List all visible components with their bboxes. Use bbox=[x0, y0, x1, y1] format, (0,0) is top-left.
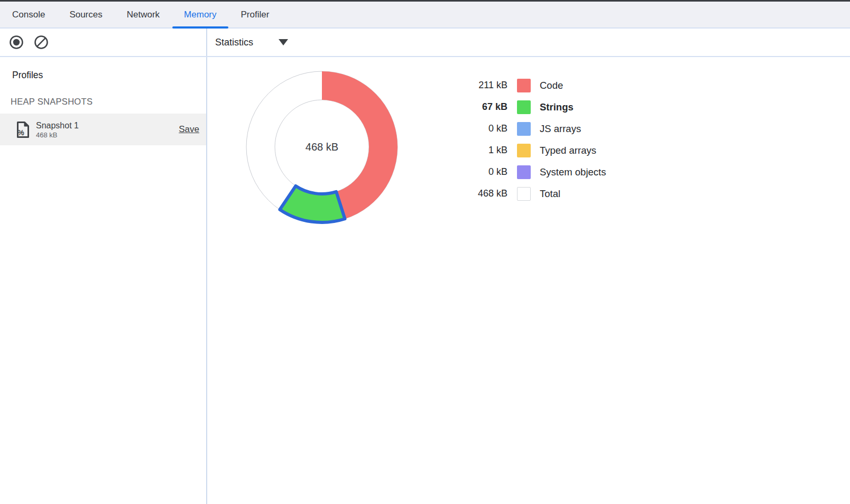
legend-row-strings: 67 kBStrings bbox=[455, 96, 606, 118]
legend-label-total: Total bbox=[540, 188, 560, 200]
tab-sources[interactable]: Sources bbox=[57, 2, 114, 27]
legend-label-js-arrays: JS arrays bbox=[540, 123, 581, 135]
tab-network[interactable]: Network bbox=[115, 2, 172, 27]
devtools-memory-panel: Console Sources Network Memory Profiler bbox=[0, 0, 850, 504]
legend-value-code: 211 kB bbox=[455, 80, 507, 91]
legend-label-typed-arrays: Typed arrays bbox=[540, 145, 596, 156]
snapshot-size: 468 kB bbox=[36, 131, 79, 139]
snapshot-title: Snapshot 1 bbox=[36, 120, 79, 131]
clear-profiles-button[interactable] bbox=[34, 35, 49, 50]
legend-value-total: 468 kB bbox=[455, 188, 507, 199]
devtools-tab-bar: Console Sources Network Memory Profiler bbox=[0, 2, 850, 29]
perspective-select[interactable]: Statistics bbox=[215, 37, 288, 48]
legend-row-total: 468 kBTotal bbox=[455, 183, 606, 204]
legend-swatch-typed-arrays bbox=[517, 144, 531, 157]
legend-value-js-arrays: 0 kB bbox=[455, 123, 507, 134]
memory-toolbar: Statistics bbox=[0, 29, 850, 57]
legend-swatch-strings bbox=[517, 100, 531, 114]
tab-profiler[interactable]: Profiler bbox=[229, 2, 282, 27]
legend-row-system-objects: 0 kBSystem objects bbox=[455, 161, 606, 183]
legend-swatch-js-arrays bbox=[517, 122, 531, 136]
legend-label-strings: Strings bbox=[540, 101, 574, 113]
snapshot-text: Snapshot 1 468 kB bbox=[36, 120, 79, 139]
legend-swatch-code bbox=[517, 79, 531, 92]
save-snapshot-link[interactable]: Save bbox=[179, 124, 199, 135]
record-icon bbox=[9, 35, 24, 50]
panel-content: Profiles HEAP SNAPSHOTS % Snapshot 1 468… bbox=[0, 57, 850, 504]
legend-row-typed-arrays: 1 kBTyped arrays bbox=[455, 139, 606, 161]
svg-text:%: % bbox=[17, 128, 24, 137]
heap-snapshots-section-header: HEAP SNAPSHOTS bbox=[11, 97, 206, 107]
legend-swatch-total bbox=[517, 187, 531, 201]
sidebar-item-snapshot-1[interactable]: % Snapshot 1 468 kB Save bbox=[0, 114, 206, 145]
legend-value-system-objects: 0 kB bbox=[455, 166, 507, 178]
heap-statistics-donut-chart: 468 kB bbox=[243, 68, 401, 226]
donut-svg bbox=[243, 68, 401, 226]
chart-legend: 211 kBCode67 kBStrings0 kBJS arrays1 kBT… bbox=[455, 74, 606, 204]
tab-memory[interactable]: Memory bbox=[172, 2, 228, 27]
perspective-select-label: Statistics bbox=[215, 37, 253, 48]
chevron-down-icon bbox=[279, 39, 288, 45]
view-toolbar: Statistics bbox=[207, 29, 850, 56]
legend-label-code: Code bbox=[540, 80, 563, 91]
legend-label-system-objects: System objects bbox=[540, 166, 606, 178]
record-heap-snapshot-button[interactable] bbox=[9, 35, 24, 50]
legend-value-strings: 67 kB bbox=[455, 101, 507, 113]
heap-snapshot-document-icon: % bbox=[16, 121, 30, 138]
profiles-toolbar bbox=[0, 29, 207, 56]
sidebar-title: Profiles bbox=[12, 70, 206, 81]
profiles-sidebar: Profiles HEAP SNAPSHOTS % Snapshot 1 468… bbox=[0, 57, 207, 504]
legend-row-js-arrays: 0 kBJS arrays bbox=[455, 118, 606, 139]
tab-console[interactable]: Console bbox=[0, 2, 57, 27]
clear-icon bbox=[34, 35, 49, 50]
legend-row-code: 211 kBCode bbox=[455, 74, 606, 96]
legend-swatch-system-objects bbox=[517, 165, 531, 179]
legend-value-typed-arrays: 1 kB bbox=[455, 145, 507, 156]
statistics-view: 468 kB 211 kBCode67 kBStrings0 kBJS arra… bbox=[207, 57, 850, 504]
